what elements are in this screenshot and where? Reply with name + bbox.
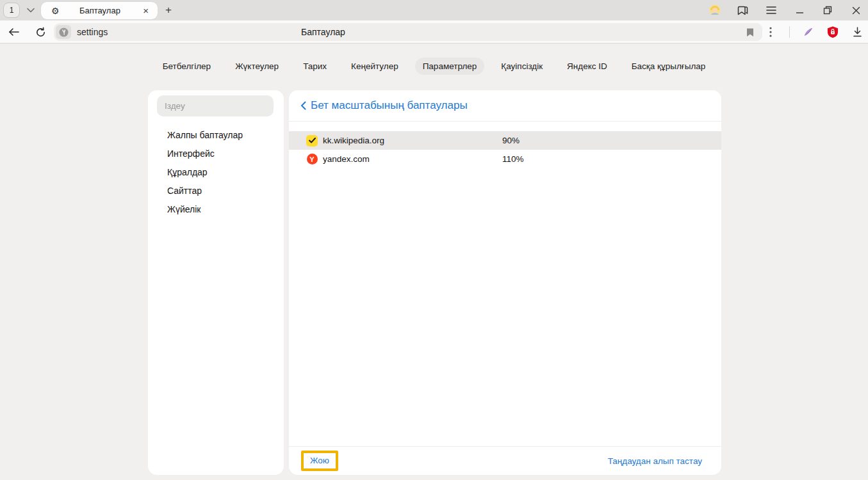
checkbox-checked-icon [306, 135, 318, 147]
restore-window-icon[interactable] [822, 4, 833, 16]
back-button[interactable] [7, 25, 21, 39]
table-row[interactable]: Y yandex.com 110% [289, 150, 721, 168]
yandex-favicon: Y [306, 154, 318, 165]
toolbar: settings Баптаулар [0, 20, 868, 44]
settings-sidebar: Жалпы баптаулар Интерфейс Құралдар Сайтт… [148, 90, 284, 475]
tab-title: Баптаулар [60, 6, 141, 15]
sidebar-item-system[interactable]: Жүйелік [148, 200, 284, 218]
close-window-icon[interactable] [850, 4, 862, 16]
browser-tab-settings[interactable]: ⚙ Баптаулар × [41, 2, 158, 19]
deselect-all-link[interactable]: Таңдаудан алып тастау [608, 456, 702, 466]
nav-tab-security[interactable]: Қауіпсіздік [493, 58, 550, 75]
sidebar-section-list: Жалпы баптаулар Интерфейс Құралдар Сайтт… [148, 125, 284, 218]
lightpen-extension-icon[interactable] [803, 26, 814, 38]
chevron-down-icon [27, 8, 35, 13]
bookmark-icon[interactable] [744, 26, 756, 38]
nav-tab-history[interactable]: Тарих [295, 58, 334, 75]
panel-spacer [289, 168, 721, 446]
tab-groups-icon[interactable] [737, 4, 749, 16]
sidebar-item-sites[interactable]: Сайттар [148, 181, 284, 200]
page-zoom-settings-panel: Бет масштабының баптаулары kk.wikipedia.… [289, 90, 721, 475]
table-row[interactable]: kk.wikipedia.org 90% [289, 131, 721, 150]
url-text: settings [77, 27, 108, 37]
tab-counter-button[interactable]: 1 [3, 3, 20, 18]
back-chevron-icon[interactable] [298, 99, 308, 112]
new-tab-button[interactable]: + [161, 3, 176, 17]
site-badge-icon[interactable] [56, 25, 71, 39]
sidebar-item-label: Сайттар [167, 186, 202, 196]
sidebar-item-label: Жүйелік [167, 204, 201, 214]
sidebar-item-interface[interactable]: Интерфейс [148, 144, 284, 163]
site-checkbox-checked[interactable] [306, 135, 318, 147]
nav-tab-extensions[interactable]: Кеңейтулер [343, 58, 406, 75]
settings-nav: Бетбелгілер Жүктеулер Тарих Кеңейтулер П… [0, 58, 868, 75]
tab-list-chevron-button[interactable] [23, 3, 38, 18]
sidebar-item-label: Жалпы баптаулар [167, 130, 243, 140]
browser-menu-icon[interactable] [766, 4, 777, 16]
sidebar-item-tools[interactable]: Құралдар [148, 163, 284, 181]
toolbar-separator [789, 26, 790, 38]
search-input[interactable] [157, 95, 274, 116]
page-title: Баптаулар [301, 23, 345, 41]
protect-shield-icon[interactable] [827, 26, 839, 38]
sidebar-item-label: Құралдар [167, 167, 208, 177]
sidebar-item-label: Интерфейс [167, 148, 215, 159]
close-tab-icon[interactable]: × [140, 6, 151, 15]
sidebar-item-general[interactable]: Жалпы баптаулар [148, 125, 284, 144]
nav-tab-other-devices[interactable]: Басқа құрылғылар [624, 58, 714, 75]
tab-bar: 1 ⚙ Баптаулар × + [0, 0, 868, 20]
downloads-icon[interactable] [851, 26, 863, 38]
gear-icon: ⚙ [51, 6, 60, 15]
extensions-menu-icon[interactable] [765, 26, 776, 38]
site-name: yandex.com [323, 154, 370, 164]
panel-header: Бет масштабының баптаулары [289, 90, 721, 122]
nav-tab-settings[interactable]: Параметрлер [415, 58, 485, 75]
zoom-site-list: kk.wikipedia.org 90% Y yandex.com 110% [289, 131, 721, 168]
reload-button[interactable] [33, 25, 47, 39]
yandex-favicon-letter: Y [307, 154, 318, 164]
zoom-value: 90% [502, 136, 520, 145]
zoom-value: 110% [502, 154, 524, 164]
delete-button[interactable]: Жою [301, 451, 338, 471]
profile-avatar[interactable] [709, 4, 721, 16]
nav-tab-bookmarks[interactable]: Бетбелгілер [155, 58, 218, 75]
minimize-window-icon[interactable] [794, 4, 805, 16]
address-bar[interactable]: settings Баптаулар [54, 23, 762, 41]
nav-tab-downloads[interactable]: Жүктеулер [227, 58, 286, 75]
site-name: kk.wikipedia.org [323, 136, 384, 145]
nav-tab-yandex-id[interactable]: Яндекс ID [559, 58, 615, 75]
panel-footer: Жою Таңдаудан алып тастау [289, 446, 721, 475]
page-title-zoom-settings[interactable]: Бет масштабының баптаулары [311, 99, 468, 112]
